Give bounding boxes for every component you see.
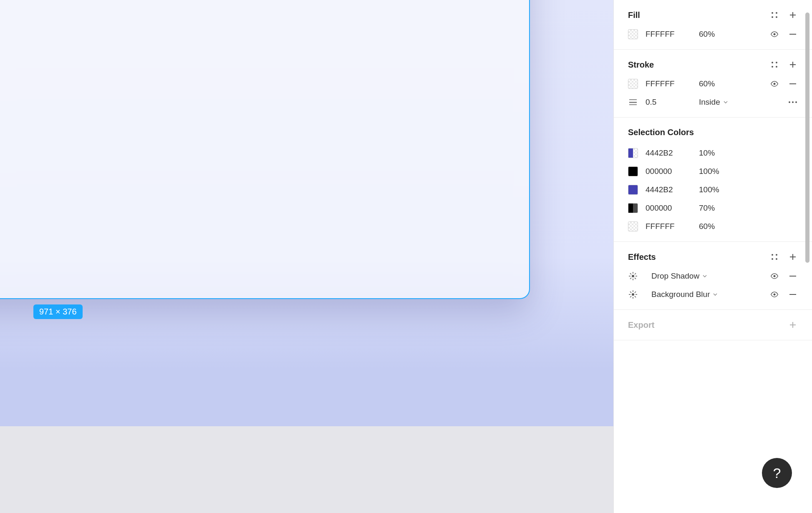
opacity-value[interactable]: 60%	[699, 30, 732, 39]
stroke-weight-icon	[628, 97, 638, 107]
svg-point-7	[776, 62, 777, 63]
svg-line-40	[630, 296, 631, 297]
color-swatch[interactable]	[628, 185, 638, 195]
opacity-value[interactable]: 10%	[699, 148, 732, 158]
svg-point-2	[772, 16, 773, 18]
svg-point-6	[772, 62, 773, 63]
svg-point-17	[795, 101, 797, 103]
add-icon[interactable]	[788, 10, 798, 20]
remove-icon[interactable]	[788, 289, 798, 299]
svg-rect-12	[629, 99, 637, 100]
add-icon[interactable]	[788, 60, 798, 70]
chevron-down-icon	[713, 293, 717, 296]
svg-line-28	[635, 278, 636, 279]
stroke-section: Stroke FFFFFF 60%	[614, 50, 812, 118]
effect-row[interactable]: Drop Shadow	[628, 271, 798, 281]
svg-point-18	[772, 254, 773, 256]
selection-color-row[interactable]: FFFFFF 60%	[628, 221, 798, 231]
color-swatch[interactable]	[628, 221, 638, 231]
hex-value[interactable]: 000000	[646, 167, 691, 176]
svg-point-10	[774, 83, 776, 85]
color-swatch[interactable]	[628, 203, 638, 213]
svg-rect-43	[789, 294, 796, 295]
svg-line-38	[630, 292, 631, 293]
color-swatch[interactable]	[628, 29, 638, 39]
selection-color-row[interactable]: 4442B2 10%	[628, 148, 798, 158]
canvas-background	[0, 426, 613, 513]
add-icon[interactable]	[788, 252, 798, 262]
svg-point-42	[774, 294, 776, 296]
selection-color-row[interactable]: 000000 100%	[628, 166, 798, 176]
more-icon[interactable]	[788, 97, 798, 107]
svg-line-39	[635, 296, 636, 297]
stroke-align-value: Inside	[699, 98, 720, 107]
effect-type-select[interactable]: Drop Shadow	[651, 272, 707, 281]
selection-colors-title: Selection Colors	[628, 128, 694, 137]
styles-icon[interactable]	[769, 60, 779, 70]
selection-color-row[interactable]: 000000 70%	[628, 203, 798, 213]
effect-settings-icon[interactable]	[628, 289, 638, 299]
effects-title: Effects	[628, 252, 656, 262]
visibility-icon[interactable]	[769, 79, 779, 89]
hex-value[interactable]: 4442B2	[646, 185, 691, 194]
svg-point-22	[632, 275, 634, 277]
visibility-icon[interactable]	[769, 289, 779, 299]
svg-point-4	[774, 33, 776, 35]
stroke-align-select[interactable]: Inside	[699, 98, 728, 107]
svg-point-33	[632, 293, 634, 296]
fill-title: Fill	[628, 10, 640, 20]
properties-panel: Fill FFFFFF 60%	[613, 0, 812, 513]
effect-row[interactable]: Background Blur	[628, 289, 798, 299]
hex-value[interactable]: 4442B2	[646, 148, 691, 158]
canvas-area[interactable]: n an iOS app from scratch for 3, iPadOS …	[0, 0, 613, 513]
remove-icon[interactable]	[788, 271, 798, 281]
svg-point-20	[772, 258, 773, 260]
opacity-value[interactable]: 100%	[699, 185, 732, 194]
svg-rect-32	[789, 276, 796, 277]
remove-icon[interactable]	[788, 79, 798, 89]
svg-rect-14	[629, 104, 637, 105]
color-swatch[interactable]	[628, 79, 638, 89]
opacity-value[interactable]: 60%	[699, 79, 732, 88]
panel-scrollbar[interactable]	[805, 0, 810, 513]
svg-rect-11	[789, 83, 796, 84]
stroke-settings-row[interactable]: 0.5 Inside	[628, 97, 798, 107]
effects-section: Effects Drop Shadow	[614, 242, 812, 310]
svg-point-8	[772, 66, 773, 68]
effect-label: Background Blur	[651, 290, 710, 299]
styles-icon[interactable]	[769, 252, 779, 262]
stroke-weight-value[interactable]: 0.5	[646, 98, 691, 107]
visibility-icon[interactable]	[769, 29, 779, 39]
fill-row[interactable]: FFFFFF 60%	[628, 29, 798, 39]
opacity-value[interactable]: 60%	[699, 222, 732, 231]
selection-color-row[interactable]: 4442B2 100%	[628, 185, 798, 195]
opacity-value[interactable]: 70%	[699, 204, 732, 213]
visibility-icon[interactable]	[769, 271, 779, 281]
svg-line-41	[635, 292, 636, 293]
svg-point-9	[776, 66, 777, 68]
help-button[interactable]: ?	[762, 458, 792, 488]
dimension-badge: 971 × 376	[33, 304, 83, 319]
effect-settings-icon[interactable]	[628, 271, 638, 281]
color-swatch[interactable]	[628, 166, 638, 176]
export-section: Export	[614, 310, 812, 340]
effect-label: Drop Shadow	[651, 272, 699, 281]
color-swatch[interactable]	[628, 148, 638, 158]
styles-icon[interactable]	[769, 10, 779, 20]
stroke-color-row[interactable]: FFFFFF 60%	[628, 79, 798, 89]
help-label: ?	[773, 465, 781, 481]
chevron-down-icon	[703, 275, 707, 277]
opacity-value[interactable]: 100%	[699, 167, 732, 176]
hex-value[interactable]: FFFFFF	[646, 222, 691, 231]
hex-value[interactable]: FFFFFF	[646, 30, 691, 39]
add-icon[interactable]	[788, 320, 798, 330]
svg-rect-13	[629, 102, 637, 103]
hex-value[interactable]: 000000	[646, 204, 691, 213]
effect-type-select[interactable]: Background Blur	[651, 290, 717, 299]
selected-frame[interactable]: n an iOS app from scratch for 3, iPadOS …	[0, 0, 530, 299]
remove-icon[interactable]	[788, 29, 798, 39]
svg-rect-5	[789, 34, 796, 35]
export-title: Export	[628, 320, 654, 330]
scrollbar-thumb[interactable]	[805, 13, 809, 263]
hex-value[interactable]: FFFFFF	[646, 79, 691, 88]
